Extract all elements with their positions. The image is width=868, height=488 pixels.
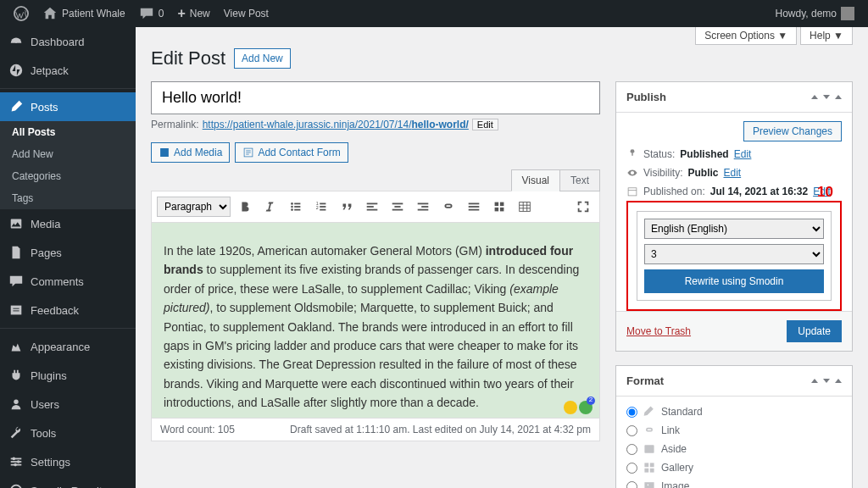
avatar [841, 7, 854, 20]
view-post[interactable]: View Post [217, 0, 275, 27]
site-name[interactable]: Patient Whale [36, 0, 132, 27]
admin-bar: Patient Whale 0 +New View Post Howdy, de… [0, 0, 868, 27]
wp-logo[interactable] [7, 0, 36, 27]
new-content[interactable]: +New [170, 0, 216, 27]
comments-bubble[interactable]: 0 [132, 0, 171, 27]
howdy-account[interactable]: Howdy, demo [769, 0, 861, 27]
